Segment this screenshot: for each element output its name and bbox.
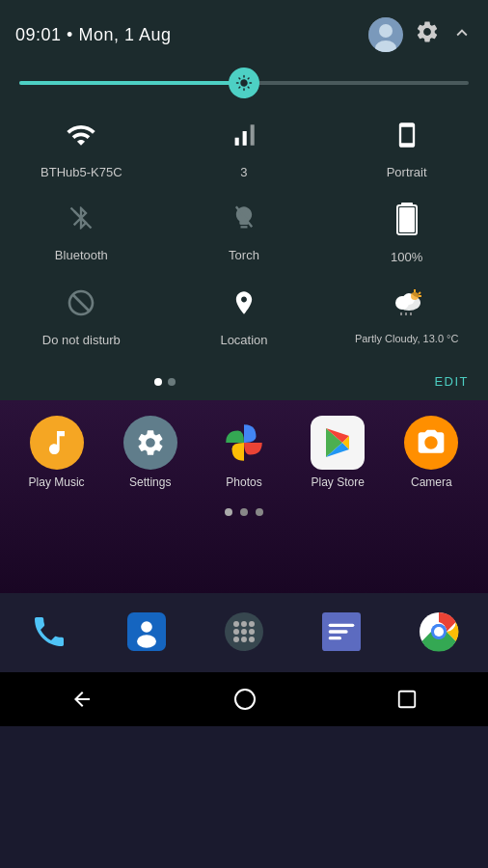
qs-tile-weather[interactable]: Partly Cloudy, 13.0 °C: [326, 287, 487, 347]
settings-label: Settings: [129, 475, 171, 489]
qs-row-3: Do not disturb Location: [0, 276, 488, 359]
settings-icon[interactable]: [415, 19, 440, 50]
bluetooth-icon: [68, 203, 95, 240]
status-icons: [368, 17, 473, 52]
app-page-dots: [0, 501, 488, 524]
edit-button[interactable]: EDIT: [434, 374, 469, 389]
brightness-bar[interactable]: [0, 69, 488, 100]
settings-app-icon: [123, 416, 177, 470]
app-page-dot-2: [240, 508, 248, 516]
svg-rect-36: [329, 637, 341, 639]
svg-point-32: [249, 637, 255, 642]
svg-point-28: [241, 629, 247, 635]
svg-point-31: [241, 637, 247, 642]
app-play-music[interactable]: Play Music: [14, 416, 99, 489]
qs-footer: EDIT: [0, 366, 488, 400]
qs-tile-bluetooth[interactable]: Bluetooth: [1, 203, 162, 264]
collapse-icon[interactable]: [451, 22, 473, 48]
page-indicators: [19, 378, 176, 386]
signal-label: 3: [240, 165, 247, 179]
svg-point-41: [235, 690, 255, 709]
app-page-dot-3: [256, 508, 263, 516]
portrait-label: Portrait: [387, 165, 427, 179]
avatar[interactable]: [368, 17, 403, 52]
svg-point-30: [233, 637, 239, 642]
svg-rect-42: [399, 692, 416, 708]
qs-row-1: BTHub5-K75C 3: [0, 108, 488, 191]
qs-tile-dnd[interactable]: Do not disturb: [1, 287, 162, 347]
home-button[interactable]: [233, 688, 257, 711]
recent-button[interactable]: [396, 689, 418, 710]
play-music-icon: [30, 416, 84, 470]
camera-label: Camera: [411, 475, 452, 489]
qs-tile-location[interactable]: Location: [164, 287, 325, 347]
quick-settings: BTHub5-K75C 3: [0, 100, 488, 366]
play-music-label: Play Music: [29, 475, 85, 489]
torch-icon: [230, 203, 258, 240]
photos-icon: [217, 416, 271, 470]
dock-app-drawer[interactable]: [215, 603, 273, 661]
time-text: 09:01: [15, 25, 62, 44]
app-settings[interactable]: Settings: [108, 416, 193, 489]
weather-icon: [390, 287, 424, 325]
svg-point-21: [141, 621, 152, 633]
dock-contacts[interactable]: [118, 603, 176, 661]
weather-label: Partly Cloudy, 13.0 °C: [355, 333, 459, 344]
location-icon: [230, 287, 258, 325]
dnd-icon: [66, 287, 96, 325]
dock-messages[interactable]: [312, 603, 370, 661]
app-row: Play Music Settings: [0, 400, 488, 493]
battery-label: 100%: [391, 250, 422, 264]
app-photos[interactable]: Photos: [202, 416, 286, 489]
play-store-label: Play Store: [311, 475, 364, 489]
app-play-store[interactable]: Play Store: [295, 416, 380, 489]
page-dot-1: [154, 378, 162, 386]
qs-tile-portrait[interactable]: Portrait: [326, 120, 487, 179]
wifi-label: BTHub5-K75C: [41, 165, 122, 179]
play-store-icon: [311, 416, 365, 470]
svg-rect-34: [329, 624, 355, 627]
brightness-fill: [19, 81, 244, 85]
svg-point-25: [241, 621, 247, 627]
dock-phone[interactable]: [20, 603, 78, 661]
back-button[interactable]: [70, 688, 94, 711]
svg-line-15: [419, 292, 420, 294]
app-camera[interactable]: Camera: [389, 416, 474, 489]
nav-bar: [0, 672, 488, 726]
svg-point-27: [233, 629, 239, 635]
signal-icon: [229, 120, 259, 157]
svg-point-22: [137, 635, 156, 647]
svg-rect-35: [329, 630, 348, 633]
svg-point-1: [379, 24, 393, 38]
svg-rect-9: [399, 207, 415, 232]
wifi-icon: [66, 120, 96, 157]
qs-tile-signal[interactable]: 3: [164, 120, 325, 179]
location-label: Location: [220, 333, 267, 347]
page-dot-2: [168, 378, 176, 386]
svg-point-13: [411, 292, 419, 300]
qs-tile-battery[interactable]: 100%: [326, 203, 487, 264]
dock-chrome[interactable]: [410, 603, 468, 661]
status-time: 09:01 • Mon, 1 Aug: [15, 25, 171, 45]
date-text: Mon, 1 Aug: [78, 25, 171, 44]
svg-point-24: [233, 621, 239, 627]
qs-tile-wifi[interactable]: BTHub5-K75C: [1, 120, 162, 179]
qs-row-2: Bluetooth Torch: [0, 191, 488, 276]
dock: [0, 593, 488, 672]
brightness-track[interactable]: [19, 81, 469, 85]
svg-point-40: [434, 627, 444, 637]
camera-icon: [404, 416, 458, 470]
svg-point-29: [249, 629, 255, 635]
portrait-icon: [393, 120, 420, 157]
photos-label: Photos: [226, 475, 261, 489]
status-bar: 09:01 • Mon, 1 Aug: [0, 0, 488, 69]
separator: •: [67, 25, 73, 44]
svg-point-26: [249, 621, 255, 627]
app-page-dot-1: [225, 508, 232, 516]
battery-icon: [395, 203, 419, 242]
brightness-thumb[interactable]: [229, 68, 259, 98]
dnd-label: Do not disturb: [42, 333, 121, 347]
torch-label: Torch: [229, 248, 259, 262]
bluetooth-label: Bluetooth: [55, 248, 108, 262]
qs-tile-torch[interactable]: Torch: [164, 203, 325, 264]
